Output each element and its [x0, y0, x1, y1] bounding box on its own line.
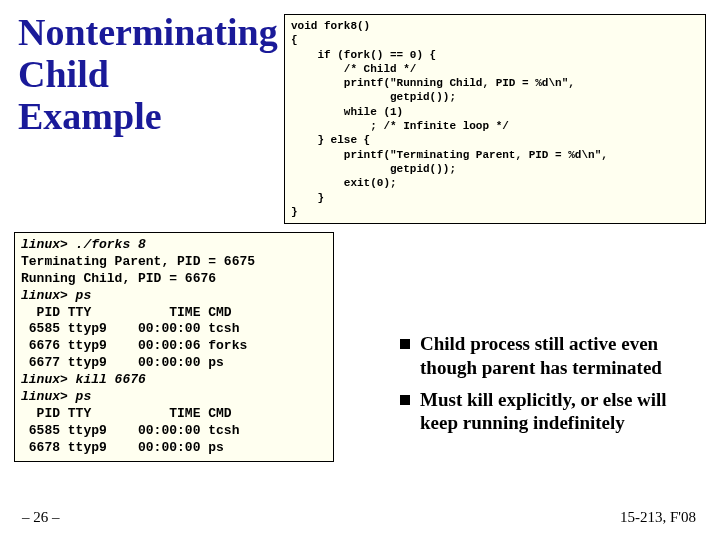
bullet-item: Must kill explicitly, or else will keep …: [400, 388, 700, 436]
bullet-square-icon: [400, 395, 410, 405]
page-number: – 26 –: [22, 509, 60, 526]
terminal-line: linux> kill 6676: [21, 372, 146, 387]
terminal-line: linux> ps: [21, 288, 91, 303]
terminal-line: 6585 ttyp9 00:00:00 tcsh: [21, 321, 239, 336]
terminal-line: 6585 ttyp9 00:00:00 tcsh: [21, 423, 239, 438]
bullet-text: Must kill explicitly, or else will keep …: [420, 388, 700, 436]
title-line-3: Example: [18, 95, 162, 137]
terminal-line: Running Child, PID = 6676: [21, 271, 216, 286]
bullet-text: Child process still active even though p…: [420, 332, 700, 380]
terminal-line: linux> ./forks 8: [21, 237, 146, 252]
terminal-line: 6676 ttyp9 00:00:06 forks: [21, 338, 247, 353]
terminal-line: 6677 ttyp9 00:00:00 ps: [21, 355, 224, 370]
terminal-line: linux> ps: [21, 389, 91, 404]
terminal-line: Terminating Parent, PID = 6675: [21, 254, 255, 269]
title-line-1: Nonterminating: [18, 11, 278, 53]
terminal-output: linux> ./forks 8 Terminating Parent, PID…: [14, 232, 334, 462]
slide-title: Nonterminating Child Example: [18, 12, 278, 137]
title-line-2: Child: [18, 53, 109, 95]
code-block: void fork8() { if (fork() == 0) { /* Chi…: [284, 14, 706, 224]
slide: Nonterminating Child Example void fork8(…: [0, 0, 720, 540]
course-id: 15-213, F'08: [620, 509, 696, 526]
terminal-line: PID TTY TIME CMD: [21, 305, 232, 320]
bullet-item: Child process still active even though p…: [400, 332, 700, 380]
terminal-line: 6678 ttyp9 00:00:00 ps: [21, 440, 224, 455]
bullet-square-icon: [400, 339, 410, 349]
bullet-list: Child process still active even though p…: [400, 332, 700, 443]
terminal-line: PID TTY TIME CMD: [21, 406, 232, 421]
